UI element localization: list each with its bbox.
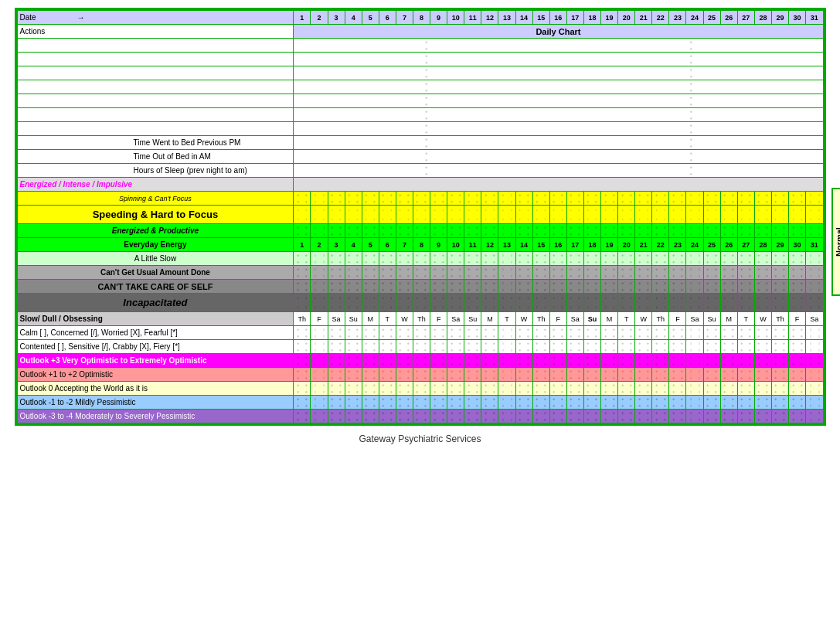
day-cell[interactable] bbox=[481, 252, 498, 266]
day-cell[interactable] bbox=[447, 224, 464, 238]
day-cell[interactable] bbox=[686, 224, 703, 238]
day-cell[interactable] bbox=[686, 354, 703, 368]
day-cell[interactable] bbox=[311, 340, 328, 354]
day-cell[interactable] bbox=[601, 266, 618, 280]
day-cell[interactable] bbox=[328, 340, 345, 354]
day-cell[interactable] bbox=[396, 410, 413, 423]
day-cell[interactable] bbox=[345, 224, 362, 238]
day-cell[interactable] bbox=[311, 280, 328, 294]
day-cell[interactable] bbox=[549, 354, 566, 368]
day-cell[interactable] bbox=[362, 294, 379, 312]
day-cell[interactable] bbox=[652, 224, 669, 238]
day-cell[interactable] bbox=[396, 340, 413, 354]
day-cell[interactable] bbox=[345, 354, 362, 368]
day-cell[interactable] bbox=[515, 252, 532, 266]
day-cell[interactable] bbox=[618, 326, 635, 340]
day-cell[interactable] bbox=[328, 224, 345, 238]
day-cell[interactable] bbox=[294, 266, 311, 280]
day-cell[interactable] bbox=[328, 192, 345, 206]
day-cell[interactable] bbox=[464, 326, 481, 340]
day-cell[interactable] bbox=[601, 340, 618, 354]
day-cell[interactable] bbox=[566, 326, 583, 340]
day-cell[interactable] bbox=[754, 252, 771, 266]
day-cell[interactable] bbox=[532, 410, 549, 423]
day-cell[interactable] bbox=[566, 410, 583, 423]
day-cell[interactable] bbox=[549, 396, 566, 410]
day-cell[interactable] bbox=[806, 368, 823, 382]
day-cell[interactable] bbox=[430, 368, 447, 382]
day-cell[interactable] bbox=[498, 368, 515, 382]
day-cell[interactable] bbox=[669, 354, 686, 368]
day-cell[interactable] bbox=[464, 396, 481, 410]
day-cell[interactable] bbox=[601, 354, 618, 368]
day-cell[interactable] bbox=[754, 354, 771, 368]
day-cell[interactable] bbox=[789, 294, 806, 312]
day-cell[interactable] bbox=[362, 206, 379, 224]
day-cell[interactable] bbox=[498, 280, 515, 294]
day-cell[interactable] bbox=[703, 224, 720, 238]
day-cell[interactable] bbox=[328, 252, 345, 266]
day-cell[interactable] bbox=[652, 340, 669, 354]
day-cell[interactable] bbox=[481, 326, 498, 340]
day-cell[interactable] bbox=[328, 410, 345, 423]
day-cell[interactable] bbox=[669, 396, 686, 410]
day-cell[interactable] bbox=[345, 340, 362, 354]
day-cell[interactable] bbox=[294, 252, 311, 266]
day-cell[interactable] bbox=[618, 396, 635, 410]
day-cell[interactable] bbox=[311, 266, 328, 280]
day-cell[interactable] bbox=[413, 224, 430, 238]
day-cell[interactable] bbox=[498, 224, 515, 238]
day-cell[interactable] bbox=[771, 410, 788, 423]
day-cell[interactable] bbox=[328, 294, 345, 312]
day-cell[interactable] bbox=[328, 326, 345, 340]
day-cell[interactable] bbox=[464, 206, 481, 224]
day-cell[interactable] bbox=[464, 368, 481, 382]
day-cell[interactable] bbox=[328, 382, 345, 396]
day-cell[interactable] bbox=[413, 266, 430, 280]
day-cell[interactable] bbox=[720, 294, 737, 312]
day-cell[interactable] bbox=[754, 294, 771, 312]
day-cell[interactable] bbox=[669, 294, 686, 312]
day-cell[interactable] bbox=[515, 206, 532, 224]
day-cell[interactable] bbox=[311, 410, 328, 423]
day-cell[interactable] bbox=[328, 368, 345, 382]
day-cell[interactable] bbox=[515, 266, 532, 280]
day-cell[interactable] bbox=[362, 280, 379, 294]
day-cell[interactable] bbox=[311, 368, 328, 382]
day-cell[interactable] bbox=[379, 326, 396, 340]
day-cell[interactable] bbox=[720, 368, 737, 382]
day-cell[interactable] bbox=[635, 206, 652, 224]
day-cell[interactable] bbox=[618, 410, 635, 423]
day-cell[interactable] bbox=[618, 354, 635, 368]
day-cell[interactable] bbox=[720, 206, 737, 224]
day-cell[interactable] bbox=[498, 382, 515, 396]
day-cell[interactable] bbox=[635, 266, 652, 280]
day-cell[interactable] bbox=[532, 252, 549, 266]
day-cell[interactable] bbox=[532, 280, 549, 294]
day-cell[interactable] bbox=[754, 340, 771, 354]
day-cell[interactable] bbox=[532, 340, 549, 354]
day-cell[interactable] bbox=[754, 280, 771, 294]
day-cell[interactable] bbox=[618, 206, 635, 224]
day-cell[interactable] bbox=[703, 266, 720, 280]
day-cell[interactable] bbox=[669, 340, 686, 354]
day-cell[interactable] bbox=[379, 340, 396, 354]
day-cell[interactable] bbox=[532, 354, 549, 368]
day-cell[interactable] bbox=[311, 382, 328, 396]
day-cell[interactable] bbox=[737, 266, 754, 280]
day-cell[interactable] bbox=[481, 206, 498, 224]
day-cell[interactable] bbox=[686, 340, 703, 354]
day-cell[interactable] bbox=[498, 326, 515, 340]
day-cell[interactable] bbox=[806, 410, 823, 423]
day-cell[interactable] bbox=[345, 280, 362, 294]
day-cell[interactable] bbox=[652, 252, 669, 266]
day-cell[interactable] bbox=[754, 224, 771, 238]
day-cell[interactable] bbox=[771, 340, 788, 354]
day-cell[interactable] bbox=[532, 326, 549, 340]
day-cell[interactable] bbox=[635, 382, 652, 396]
day-cell[interactable] bbox=[566, 368, 583, 382]
day-cell[interactable] bbox=[379, 294, 396, 312]
day-cell[interactable] bbox=[652, 382, 669, 396]
day-cell[interactable] bbox=[601, 206, 618, 224]
day-cell[interactable] bbox=[686, 326, 703, 340]
